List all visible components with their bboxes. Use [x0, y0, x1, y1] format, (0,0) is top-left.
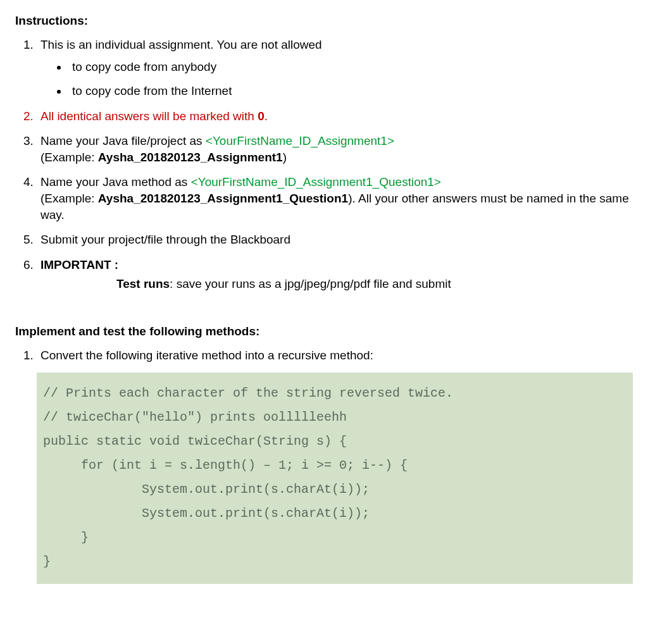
- instruction-1-bullets: to copy code from anybody to copy code f…: [40, 59, 633, 99]
- test-runs-bold: Test runs: [116, 277, 170, 290]
- instruction-item-2: All identical answers will be marked wit…: [37, 108, 633, 125]
- instruction-4-example-open: (Example:: [40, 192, 98, 205]
- instruction-4-example-bold: Aysha_201820123_Assignment1_Question1: [98, 192, 348, 205]
- instruction-2-suffix: .: [265, 109, 268, 123]
- bullet-copy-internet: to copy code from the Internet: [68, 83, 633, 99]
- instruction-3-example-open: (Example:: [40, 151, 98, 164]
- instruction-3-prefix: Name your Java file/project as: [40, 134, 206, 147]
- code-snippet: // Prints each character of the string r…: [37, 373, 633, 584]
- instruction-3-example-close: ): [283, 151, 287, 164]
- tasks-list: Convert the following iterative method i…: [15, 347, 633, 364]
- implement-section: Implement and test the following methods…: [15, 323, 633, 583]
- test-runs-rest: : save your runs as a jpg/jpeg/png/pdf f…: [170, 277, 451, 290]
- instruction-3-example-bold: Aysha_201820123_Assignment1: [98, 151, 283, 164]
- instruction-2-zero: 0: [258, 109, 265, 123]
- important-label: IMPORTANT :: [40, 258, 118, 271]
- instruction-item-6: IMPORTANT : Test runs: save your runs as…: [37, 257, 633, 292]
- instruction-item-4: Name your Java method as <YourFirstName_…: [37, 174, 633, 223]
- instruction-4-placeholder: <YourFirstName_ID_Assignment1_Question1>: [191, 175, 441, 189]
- instruction-2-prefix: All identical answers will be marked wit…: [40, 109, 258, 123]
- instruction-4-prefix: Name your Java method as: [40, 175, 191, 189]
- instruction-3-placeholder: <YourFirstName_ID_Assignment1>: [206, 134, 394, 147]
- instruction-item-3: Name your Java file/project as <YourFirs…: [37, 133, 633, 165]
- instruction-item-1: This is an individual assignment. You ar…: [37, 37, 633, 99]
- instructions-heading: Instructions:: [15, 13, 633, 29]
- instructions-list: This is an individual assignment. You ar…: [15, 37, 633, 292]
- implement-heading: Implement and test the following methods…: [15, 323, 633, 340]
- instruction-1-text: This is an individual assignment. You ar…: [40, 38, 322, 51]
- instruction-item-5: Submit your project/file through the Bla…: [37, 232, 633, 248]
- bullet-copy-anybody: to copy code from anybody: [68, 59, 633, 75]
- test-runs-line: Test runs: save your runs as a jpg/jpeg/…: [116, 276, 633, 292]
- task-item-1: Convert the following iterative method i…: [37, 347, 633, 364]
